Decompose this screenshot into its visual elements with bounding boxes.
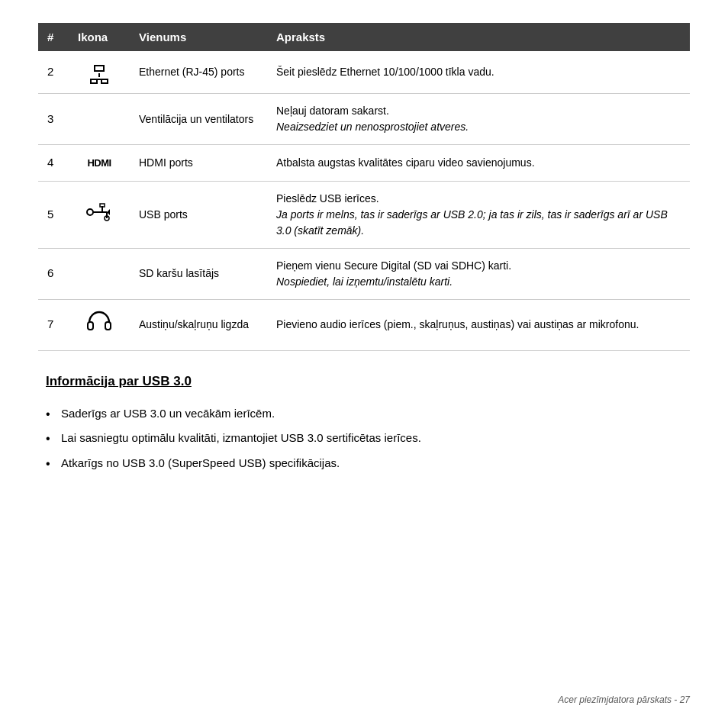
- hdmi-icon: HDMI: [87, 157, 111, 169]
- row-desc: Pievieno audio ierīces (piem., skaļruņus…: [267, 299, 690, 350]
- row-num: 5: [38, 181, 69, 248]
- row-icon: [69, 94, 130, 145]
- row-desc: Neļauj datoram sakarst. Neaizsedziet un …: [267, 94, 690, 145]
- row-item: Ethernet (RJ-45) ports: [130, 51, 267, 94]
- svg-rect-7: [88, 322, 93, 330]
- eth-top: [94, 65, 105, 72]
- usb-icon: [84, 201, 114, 223]
- table-row: 7 Austiņu/skaļruņu ligzda Pievieno audio…: [38, 299, 690, 350]
- list-item: Atkarīgs no USB 3.0 (SuperSpeed USB) spe…: [46, 451, 690, 476]
- svg-rect-8: [105, 322, 111, 330]
- row-desc: Pieslēdz USB ierīces. Ja ports ir melns,…: [267, 181, 690, 248]
- row-desc: Atbalsta augstas kvalitātes ciparu video…: [267, 145, 690, 182]
- col-header-desc: Apraksts: [267, 23, 690, 51]
- usb-section-title: Informācija par USB 3.0: [46, 374, 192, 389]
- row-desc-italic: Nospiediet, lai izņemtu/instalētu karti.: [276, 275, 453, 288]
- row-icon: [69, 248, 130, 299]
- headphone-icon: [85, 309, 113, 337]
- row-icon: [69, 181, 130, 248]
- features-table: # Ikona Vienums Apraksts 2: [38, 23, 690, 351]
- row-num: 7: [38, 299, 69, 350]
- row-item: Ventilācija un ventilators: [130, 94, 267, 145]
- row-item: SD karšu lasītājs: [130, 248, 267, 299]
- row-icon: [69, 51, 130, 94]
- table-row: 4 HDMI HDMI ports Atbalsta augstas kvali…: [38, 145, 690, 182]
- eth-bottom: [90, 79, 108, 84]
- page-footer: Acer piezīmjdatora pārskats - 27: [558, 694, 690, 705]
- col-header-item: Vienums: [130, 23, 267, 51]
- eth-line: [98, 73, 100, 77]
- ethernet-icon: [90, 65, 108, 84]
- table-row: 5: [38, 181, 690, 248]
- row-icon: HDMI: [69, 145, 130, 182]
- row-desc-text: Pieslēdz USB ierīces.: [276, 192, 379, 205]
- table-row: 3 Ventilācija un ventilators Neļauj dato…: [38, 94, 690, 145]
- row-num: 2: [38, 51, 69, 94]
- footer-text: Acer piezīmjdatora pārskats - 27: [558, 694, 690, 705]
- list-item: Lai sasniegtu optimālu kvalitāti, izmant…: [46, 426, 690, 451]
- col-header-num: #: [38, 23, 69, 51]
- row-desc: Pieņem vienu Secure Digital (SD vai SDHC…: [267, 248, 690, 299]
- row-desc-italic: Ja ports ir melns, tas ir saderīgs ar US…: [276, 208, 668, 237]
- table-row: 6 SD karšu lasītājs Pieņem vienu Secure …: [38, 248, 690, 299]
- row-item: HDMI ports: [130, 145, 267, 182]
- list-item: Saderīgs ar USB 3.0 un vecākām ierīcēm.: [46, 401, 690, 427]
- eth-hline: [90, 79, 108, 80]
- row-num: 3: [38, 94, 69, 145]
- usb-bullet-list: Saderīgs ar USB 3.0 un vecākām ierīcēm. …: [46, 401, 690, 476]
- row-desc-text: Neļauj datoram sakarst.: [276, 105, 389, 117]
- svg-point-0: [87, 209, 93, 215]
- row-num: 4: [38, 145, 69, 182]
- svg-rect-3: [100, 204, 105, 207]
- row-icon: [69, 299, 130, 350]
- col-header-icon: Ikona: [69, 23, 130, 51]
- row-item: USB ports: [130, 181, 267, 248]
- usb-info-section: Informācija par USB 3.0 Saderīgs ar USB …: [38, 374, 690, 476]
- table-header-row: # Ikona Vienums Apraksts: [38, 23, 690, 51]
- page-content: # Ikona Vienums Apraksts 2: [38, 23, 690, 475]
- table-row: 2: [38, 51, 690, 94]
- row-item: Austiņu/skaļruņu ligzda: [130, 299, 267, 350]
- row-desc-text: Pieņem vienu Secure Digital (SD vai SDHC…: [276, 259, 511, 272]
- row-desc: Šeit pieslēdz Ethernet 10/100/1000 tīkla…: [267, 51, 690, 94]
- row-num: 6: [38, 248, 69, 299]
- row-desc-italic: Neaizsedziet un nenosprostojiet atveres.: [276, 121, 469, 133]
